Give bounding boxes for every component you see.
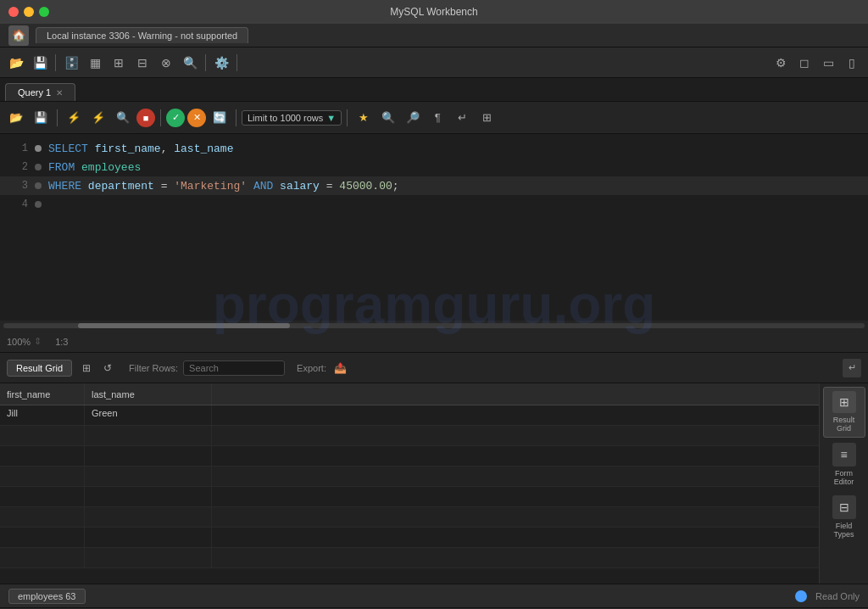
table-row (0, 507, 819, 528)
toggle-autocommit-icon[interactable]: 🔄 (209, 107, 231, 129)
line-dot-4 (35, 201, 42, 208)
form-editor-panel-label: FormEditor (834, 470, 854, 487)
rotate-icon[interactable]: ↺ (98, 359, 117, 377)
result-grid-tab[interactable]: Result Grid (7, 360, 72, 377)
status-icon (795, 590, 807, 602)
cell-firstname-0: Jill (0, 405, 85, 425)
table-row (0, 548, 819, 568)
drop-icon[interactable]: ⊗ (155, 52, 177, 74)
field-types-panel-icon: ⊟ (832, 495, 856, 519)
grid-view-icon[interactable]: ⊞ (77, 359, 96, 377)
nav-bar: 🏠 Local instance 3306 - Warning - not su… (0, 24, 868, 47)
save-query-icon[interactable]: 💾 (30, 107, 52, 129)
table-row (0, 426, 819, 446)
export-label: Export: (297, 363, 326, 373)
table-row (0, 467, 819, 487)
grid-body: Jill Green (0, 405, 819, 568)
limit-dropdown-arrow: ▼ (326, 113, 336, 123)
employees-tab[interactable]: employees 63 (8, 589, 86, 604)
line-dot-3 (35, 182, 42, 189)
filter-input[interactable] (183, 360, 285, 376)
find-icon[interactable]: 🔍 (377, 107, 399, 129)
table-row (0, 487, 819, 507)
commit-icon[interactable]: ✓ (166, 109, 185, 127)
sql-lines: 1 SELECT first_name, last_name 2 FROM em… (0, 134, 868, 219)
h-scrollbar-thumb[interactable] (78, 323, 290, 328)
h-scrollbar[interactable] (3, 323, 865, 328)
form-editor-panel-icon: ≡ (832, 443, 856, 467)
invisible-chars-icon[interactable]: ¶ (426, 107, 448, 129)
query-tab-close[interactable]: ✕ (56, 88, 63, 98)
cell-lastname-0: Green (85, 405, 212, 425)
save-icon[interactable]: 💾 (29, 52, 51, 74)
editor-status-row: 100% ⇕ 1:3 (0, 331, 868, 353)
table-row (0, 528, 819, 548)
sql-line-1[interactable]: 1 SELECT first_name, last_name (0, 139, 868, 158)
result-icon-group: ⊞ ↺ (77, 359, 117, 377)
run-selection-icon[interactable]: ⚡ (87, 107, 109, 129)
open-query-icon[interactable]: 📂 (5, 107, 27, 129)
toolbar-sep-2 (205, 54, 206, 71)
filter-label: Filter Rows: (129, 363, 178, 373)
h-scrollbar-area (0, 321, 868, 331)
grid-header: first_name last_name (0, 383, 819, 405)
title-bar: MySQL Workbench (0, 0, 868, 24)
line-dot-1 (35, 145, 42, 152)
open-folder-icon[interactable]: 📂 (5, 52, 27, 74)
result-grid-panel-label: ResultGrid (833, 416, 855, 433)
table-row[interactable]: Jill Green (0, 405, 819, 426)
window-controls (8, 7, 49, 17)
cursor-position: 1:3 (55, 337, 68, 347)
result-grid-panel-btn[interactable]: ⊞ ResultGrid (823, 387, 865, 438)
app-title: MySQL Workbench (390, 6, 477, 18)
sql-editor[interactable]: 1 SELECT first_name, last_name 2 FROM em… (0, 134, 868, 321)
bookmark-icon[interactable]: ★ (353, 107, 375, 129)
table-icon[interactable]: ▦ (84, 52, 106, 74)
insert-icon[interactable]: ⊞ (108, 52, 130, 74)
export-icon[interactable]: 📤 (331, 359, 350, 377)
maximize-button[interactable] (39, 7, 49, 17)
form-editor-panel-btn[interactable]: ≡ FormEditor (823, 439, 865, 490)
word-wrap-icon[interactable]: ↵ (451, 107, 473, 129)
sql-line-4[interactable]: 4 (0, 195, 868, 214)
run-icon[interactable]: ⚡ (63, 107, 85, 129)
col-header-firstname[interactable]: first_name (0, 383, 85, 405)
secondary-toolbar: 📂 💾 ⚡ ⚡ 🔍 ■ ✓ ✕ 🔄 Limit to 1000 rows ▼ ★… (0, 102, 868, 134)
alter-icon[interactable]: ⊟ (131, 52, 153, 74)
line-dot-2 (35, 164, 42, 170)
read-only-badge: Read Only (815, 591, 860, 601)
result-toolbar: Result Grid ⊞ ↺ Filter Rows: Export: 📤 ↵ (0, 353, 868, 383)
instance-tab[interactable]: Local instance 3306 - Warning - not supp… (36, 27, 248, 43)
layout2-icon[interactable]: ▭ (817, 52, 839, 74)
sql-line-3[interactable]: 3 WHERE department = 'Marketing' AND sal… (0, 176, 868, 195)
settings-icon[interactable]: ⚙ (770, 52, 792, 74)
zoom-level[interactable]: 100% ⇕ (7, 336, 42, 347)
bottom-bar: employees 63 Read Only (0, 584, 868, 607)
split-icon[interactable]: ⊞ (476, 107, 498, 129)
minimize-button[interactable] (24, 7, 34, 17)
result-wrap-btn[interactable]: ↵ (843, 359, 861, 377)
layout3-icon[interactable]: ▯ (841, 52, 863, 74)
right-panel: ⊞ ResultGrid ≡ FormEditor ⊟ FieldTypes (819, 383, 868, 584)
manage-icon[interactable]: ⚙️ (210, 52, 232, 74)
layout1-icon[interactable]: ◻ (793, 52, 815, 74)
toolbar-sep-3 (236, 54, 237, 71)
table-row (0, 446, 819, 467)
stop-icon[interactable]: ■ (136, 109, 155, 127)
result-grid-panel-icon: ⊞ (832, 391, 856, 413)
query-tab[interactable]: Query 1 ✕ (5, 83, 75, 101)
find-replace-icon[interactable]: 🔎 (402, 107, 424, 129)
rollback-icon[interactable]: ✕ (187, 109, 206, 127)
toolbar-sep-1 (55, 54, 56, 71)
main-result-area: first_name last_name Jill Green progra (0, 383, 868, 584)
home-icon[interactable]: 🏠 (8, 25, 29, 46)
db-icon[interactable]: 🗄️ (60, 52, 82, 74)
field-types-panel-label: FieldTypes (833, 522, 854, 539)
close-button[interactable] (8, 7, 19, 17)
limit-dropdown[interactable]: Limit to 1000 rows ▼ (242, 110, 342, 126)
sql-line-2[interactable]: 2 FROM employees (0, 158, 868, 176)
inspect-icon[interactable]: 🔍 (179, 52, 201, 74)
explain-icon[interactable]: 🔍 (112, 107, 134, 129)
field-types-panel-btn[interactable]: ⊟ FieldTypes (823, 492, 865, 543)
col-header-lastname[interactable]: last_name (85, 383, 212, 405)
